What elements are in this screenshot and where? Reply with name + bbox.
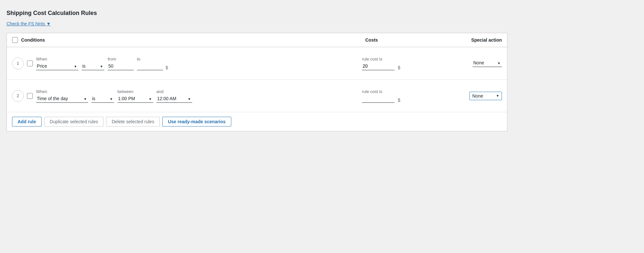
- special-select-wrapper-2: None Free Shipping Hide other methods ▼: [469, 92, 502, 100]
- rule-2-checkbox[interactable]: [27, 93, 33, 99]
- operator-wrapper-2: is is not ▼: [91, 89, 114, 103]
- costs-label-1: rule cost is: [362, 57, 440, 61]
- rule-1-conditions: When Price Weight Quantity Subtotal ▼ is: [36, 57, 359, 70]
- to-currency-1: $: [166, 65, 168, 70]
- fs-hints-link[interactable]: Check the FS hints ▼: [7, 21, 51, 26]
- special-select-2[interactable]: None Free Shipping Hide other methods: [469, 92, 502, 100]
- cost-input-1[interactable]: [362, 63, 395, 70]
- when-label-1: When Price Weight Quantity Subtotal ▼: [36, 57, 78, 70]
- rule-2-costs: rule cost is $: [362, 89, 440, 103]
- to-input-1[interactable]: [137, 63, 163, 70]
- between-wrapper-2: between 12:00 AM 1:00 AM 2:00 AM 3:00 AM…: [117, 89, 153, 103]
- between-label-2: between: [117, 89, 153, 94]
- cost-input-2[interactable]: [362, 95, 395, 103]
- from-wrapper-1: from: [108, 57, 134, 70]
- to-time-select-2[interactable]: 12:00 AM 1:00 AM 2:00 AM 3:00 AM 4:00 AM…: [156, 95, 192, 103]
- ready-made-button[interactable]: Use ready-made scenarios: [162, 117, 231, 126]
- condition-select-2[interactable]: Price Weight Quantity Time of the day: [36, 95, 88, 103]
- rule-1-costs: rule cost is $: [362, 57, 440, 70]
- costs-input-row-2: $: [362, 95, 440, 103]
- from-input-1[interactable]: [108, 63, 134, 70]
- operator-select-wrapper-1: is is not greater than less than ▼: [82, 63, 104, 70]
- table-footer: Add rule Duplicate selected rules Delete…: [7, 112, 507, 131]
- operator-select-1[interactable]: is is not greater than less than: [82, 63, 104, 70]
- to-label-1: to: [137, 57, 168, 61]
- from-time-select-2[interactable]: 12:00 AM 1:00 AM 2:00 AM 3:00 AM 4:00 AM…: [117, 95, 153, 103]
- operator-wrapper-1: is is not greater than less than ▼: [82, 57, 104, 70]
- page-title: Shipping Cost Calculation Rules: [7, 10, 637, 17]
- delete-button[interactable]: Delete selected rules: [106, 117, 160, 126]
- costs-label-2: rule cost is: [362, 89, 440, 94]
- duplicate-button[interactable]: Duplicate selected rules: [44, 117, 104, 126]
- table-header: Conditions Costs Special action: [7, 33, 507, 47]
- when-text-1: When: [36, 57, 78, 61]
- fs-hints-text: Check the FS hints ▼: [7, 21, 51, 26]
- cost-currency-1: $: [398, 65, 400, 70]
- rule-2-special: None Free Shipping Hide other methods ▼: [443, 92, 502, 100]
- operator-label-spacer-2: [91, 89, 114, 94]
- operator-select-wrapper-2: is is not ▼: [91, 95, 114, 103]
- rules-table: Conditions Costs Special action 1 When P…: [7, 33, 507, 131]
- rule-1-special: None Free Shipping Hide other methods ▼: [443, 60, 502, 67]
- costs-header: Costs: [365, 37, 430, 43]
- costs-input-row-1: $: [362, 63, 440, 70]
- select-all-checkbox[interactable]: [12, 37, 18, 43]
- condition-select-wrapper-2: Price Weight Quantity Time of the day ▼: [36, 95, 88, 103]
- condition-select-wrapper-1: Price Weight Quantity Subtotal ▼: [36, 63, 78, 70]
- from-time-select-wrapper-2: 12:00 AM 1:00 AM 2:00 AM 3:00 AM 4:00 AM…: [117, 95, 153, 103]
- operator-label-spacer-1: [82, 57, 104, 61]
- special-select-1[interactable]: None Free Shipping Hide other methods: [473, 60, 502, 67]
- special-action-header: Special action: [430, 37, 502, 43]
- from-label-1: from: [108, 57, 134, 61]
- cost-currency-2: $: [398, 98, 400, 103]
- special-select-wrapper-1: None Free Shipping Hide other methods ▼: [473, 60, 502, 67]
- and-wrapper-2: and 12:00 AM 1:00 AM 2:00 AM 3:00 AM 4:0…: [156, 89, 192, 103]
- rule-number-1: 1: [12, 58, 24, 69]
- table-row: 1 When Price Weight Quantity Subtotal ▼: [7, 47, 507, 80]
- condition-select-1[interactable]: Price Weight Quantity Subtotal: [36, 63, 78, 70]
- operator-select-2[interactable]: is is not: [91, 95, 114, 103]
- when-text-2: When: [36, 89, 88, 94]
- to-time-select-wrapper-2: 12:00 AM 1:00 AM 2:00 AM 3:00 AM 4:00 AM…: [156, 95, 192, 103]
- conditions-header: Conditions: [21, 37, 45, 43]
- add-rule-button[interactable]: Add rule: [12, 117, 42, 126]
- to-wrapper-1: to $: [137, 57, 168, 70]
- rule-1-checkbox[interactable]: [27, 60, 33, 66]
- rule-number-2: 2: [12, 90, 24, 102]
- table-row: 2 When Price Weight Quantity Time of the…: [7, 80, 507, 112]
- and-label-2: and: [156, 89, 192, 94]
- when-label-2: When Price Weight Quantity Time of the d…: [36, 89, 88, 103]
- header-checkbox-area: Conditions: [12, 37, 51, 43]
- rule-2-conditions: When Price Weight Quantity Time of the d…: [36, 89, 359, 103]
